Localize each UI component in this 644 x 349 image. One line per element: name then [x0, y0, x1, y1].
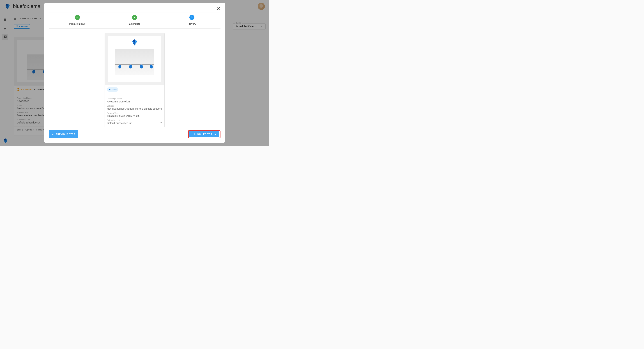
previous-step-label: PREVIOUS STEP	[56, 133, 75, 136]
draft-label: Draft	[112, 88, 116, 91]
design-icon	[109, 88, 111, 90]
subscriber-list-select[interactable]: Default SubscriberList ▼	[107, 121, 162, 124]
subscriber-list-label: Subscriber List:	[107, 119, 162, 121]
draft-badge: Draft	[107, 87, 118, 92]
check-icon	[132, 15, 137, 20]
wizard-modal: ✕ Pick a Template Enter Data 3 Preview	[44, 3, 225, 143]
step-label: Pick a Template	[49, 22, 106, 25]
arrow-right-icon	[214, 133, 216, 136]
launch-editor-label: LAUNCH EDITOR	[192, 133, 212, 136]
preview-text: This really gives you 50% off.	[107, 114, 162, 117]
chevron-down-icon: ▼	[160, 122, 162, 124]
launch-editor-button[interactable]: LAUNCH EDITOR	[189, 131, 220, 137]
modal-footer: PREVIOUS STEP LAUNCH EDITOR	[49, 127, 220, 138]
subject-label: Subject:	[107, 105, 162, 107]
step-label: Preview	[163, 22, 220, 25]
campaign-name-label: Campaign Name	[107, 98, 162, 100]
arrow-left-icon	[52, 133, 54, 136]
campaign-name: Awesome promotion	[107, 100, 162, 103]
subject: Hey {{subscriber.name}}! Here is an epic…	[107, 107, 162, 110]
preview-card: Draft Campaign Name Awesome promotion Su…	[104, 33, 164, 127]
preview-body: Campaign Name Awesome promotion Subject:…	[105, 94, 164, 127]
step-pick-template[interactable]: Pick a Template	[49, 13, 106, 28]
step-number-icon: 3	[190, 15, 194, 20]
modal-overlay: ✕ Pick a Template Enter Data 3 Preview	[0, 0, 269, 146]
previous-step-button[interactable]: PREVIOUS STEP	[49, 130, 78, 138]
preview-thumb	[105, 33, 164, 85]
check-icon	[75, 15, 80, 20]
bluefox-logo-icon	[131, 39, 138, 46]
draft-row: Draft	[105, 85, 164, 94]
launch-highlight: LAUNCH EDITOR	[188, 130, 220, 138]
modal-body: Draft Campaign Name Awesome promotion Su…	[49, 28, 220, 127]
preview-hero-image	[115, 49, 154, 75]
close-button[interactable]: ✕	[216, 6, 220, 12]
step-preview[interactable]: 3 Preview	[163, 13, 220, 28]
subscriber-list: Default SubscriberList	[107, 122, 132, 124]
preview-text-label: Preview Text:	[107, 112, 162, 114]
stepper: Pick a Template Enter Data 3 Preview	[49, 12, 220, 28]
step-label: Enter Data	[106, 22, 163, 25]
step-enter-data[interactable]: Enter Data	[106, 13, 163, 28]
close-icon: ✕	[216, 6, 220, 12]
